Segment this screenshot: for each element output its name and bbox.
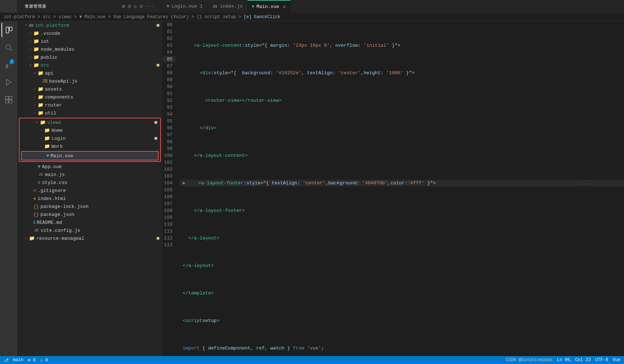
chevron-empty [41,153,46,159]
chevron-empty [32,172,38,177]
code-line-90: </template> [180,290,624,297]
code-line-88: </a-layout> [180,235,624,242]
tab-main-vue[interactable]: ▼ Main.vue ✕ [247,0,291,13]
file-app-vue[interactable]: ▼ App.vue [17,163,162,171]
more-icon[interactable]: ··· [146,3,155,9]
folder-iot-platform[interactable]: 🗁 iot-platform [17,21,162,29]
chevron-empty [28,204,33,209]
svg-marker-6 [7,79,11,85]
badge: 1 [9,59,14,64]
file-readme[interactable]: ℹ README.md [17,218,162,226]
folder-util[interactable]: 📁 util [17,109,162,117]
extensions-icon[interactable] [1,92,16,107]
code-line-87: </a-layout-footer> [180,207,624,214]
svg-point-2 [6,45,11,50]
close-tab-button[interactable]: ✕ [283,4,286,10]
svg-rect-10 [9,100,12,103]
chevron-empty [28,188,33,193]
tab-index-js[interactable]: JS index.js [207,0,247,13]
chevron-empty [28,212,33,217]
code-line-84: </a-layout-content> [180,152,624,159]
svg-rect-8 [9,96,12,99]
folder-icon: 📁 [33,30,39,36]
file-label: package.json [41,212,75,217]
file-main-vue[interactable]: ▼ Main.vue [22,152,158,160]
folder-work[interactable]: 📁 Work [20,142,160,150]
run-debug-icon[interactable] [1,75,16,89]
code-line-83: </div> [180,125,624,131]
folder-icon: 📁 [33,54,39,60]
file-label: style.css [42,180,67,185]
tab-login-vue[interactable]: ▼ Login.vue 1 [162,0,207,13]
folder-public[interactable]: 📁 public [17,53,162,61]
chevron-vscode [28,30,33,36]
folder-label: assets [45,87,62,92]
file-vite-config[interactable]: JS vite.config.js [17,226,162,234]
js-icon: JS [33,228,39,233]
breadcrumb-text: iot-platform > src > views > ▼ Main.vue … [4,14,280,20]
folder-label: util [45,110,56,116]
chevron-empty [32,164,38,170]
chevron-src [28,62,33,68]
folder-resource-manageal[interactable]: 📁 resource-manageal [17,234,162,242]
file-label: package-lock.json [41,204,89,209]
vue-icon: ▼ [252,4,254,9]
chevron-iot [28,38,33,44]
tab-label: index.js [220,4,242,9]
js-icon: JS [38,172,43,177]
folder-label: public [41,55,58,60]
folder-icon: 📁 [44,127,50,133]
folder-components[interactable]: 📁 components [17,93,162,101]
file-package-lock[interactable]: {} package-lock.json [17,202,162,210]
folder-label: Home [51,128,63,133]
code-line-89: </a-layout> [180,262,624,269]
explorer-icon[interactable] [1,23,16,37]
folder-icon: 📁 [38,102,43,108]
js-icon: JS [42,79,48,84]
new-file-icon[interactable]: ⊞ [122,3,125,9]
refresh-icon[interactable]: ↻ [134,3,137,9]
folder-api[interactable]: 📁 api [17,69,162,77]
chevron-iot-platform [23,22,29,28]
source-control-icon[interactable]: 1 [1,58,16,72]
css-icon: # [38,180,41,185]
chevron-util [32,110,38,116]
chevron-assets [32,86,38,92]
folder-views[interactable]: 📁 views [20,118,160,126]
folder-node-modules[interactable]: 📁 node_modules [17,45,162,53]
file-index-html[interactable]: ◈ index.html [17,194,162,202]
file-main-js[interactable]: JS main.js [17,171,162,179]
folder-label: api [45,71,53,76]
tabs-bar: 资源管理器 ⊞ ⊟ ↻ ⊡ ··· ▼ Login.vue 1 JS index… [0,0,624,13]
folder-vscode[interactable]: 📁 .vscode [17,29,162,37]
git-icon: ⊘ [33,188,36,193]
folder-iot[interactable]: 📁 iot [17,37,162,45]
file-label: index.html [38,196,66,201]
file-label: main.js [45,172,65,177]
folder-icon: 📁 [38,94,43,100]
folder-home[interactable]: 📁 Home [20,126,160,134]
file-tree: 🗁 iot-platform 📁 .vscode 📁 iot [17,21,162,356]
file-gitignore[interactable]: ⊘ .gitignore [17,187,162,194]
collapse-icon[interactable]: ⊡ [140,3,142,9]
file-package-json[interactable]: {} package.json [17,210,162,218]
activity-bar: 1 [0,21,17,356]
folder-assets[interactable]: 📁 assets [17,85,162,93]
folder-icon: 📁 [40,120,46,125]
svg-point-4 [6,66,8,68]
folder-login[interactable]: 📁 Login [20,134,160,142]
folder-router[interactable]: 📁 router [17,101,162,109]
code-line-91: <script setup> [180,317,624,324]
folder-src[interactable]: 📁 src [17,61,162,69]
search-icon[interactable] [1,40,16,55]
file-label: README.md [37,220,62,225]
file-style-css[interactable]: # style.css [17,179,162,187]
chevron-resource [23,235,29,241]
new-folder-icon[interactable]: ⊟ [128,3,130,9]
cursor-position: Ln 96, Col 23 [557,357,591,363]
svg-rect-1 [9,27,12,31]
editor-content[interactable]: 80 81 82 83 84 85 87 88 89 90 91 92 93 9… [162,21,624,356]
file-base-api[interactable]: JS baseApi.js [17,77,162,85]
chevron-node-modules [28,46,33,52]
folder-icon: 📁 [44,143,50,149]
